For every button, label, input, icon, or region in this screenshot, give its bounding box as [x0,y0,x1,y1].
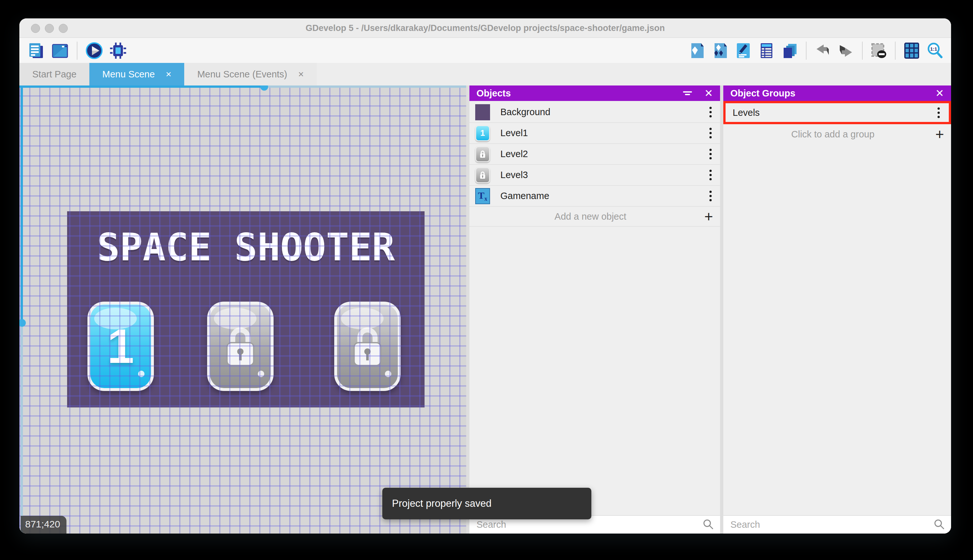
objects-editor-icon[interactable] [688,42,706,60]
text-object-thumbnail: Tx [475,188,490,204]
title-bar: GDevelop 5 - /Users/dkarakay/Documents/G… [19,18,951,38]
objects-panel-header: Objects ✕ [470,85,720,101]
layers-icon[interactable] [781,42,799,60]
zoom-original-icon[interactable]: 1:1 [926,42,944,60]
vertical-scrollbar-thumb[interactable] [19,319,26,327]
tab-label: Menu Scene [102,69,155,80]
window-title: GDevelop 5 - /Users/dkarakay/Documents/G… [19,18,951,38]
panel-divider[interactable] [720,85,723,533]
object-groups-panel: Object Groups ✕ Levels Click to add a gr… [723,85,951,533]
open-scene-icon[interactable] [51,42,69,60]
object-menu-icon[interactable] [708,105,714,119]
tab-bar: Start Page Menu Scene × Menu Scene (Even… [19,63,951,85]
object-menu-icon[interactable] [708,147,714,161]
object-name: Background [500,107,550,117]
app-window: GDevelop 5 - /Users/dkarakay/Documents/G… [19,18,951,533]
tab-bar-spacer [317,63,951,85]
redo-icon[interactable] [837,42,855,60]
game-title-text[interactable]: SPACE SHOOTER [67,225,425,269]
object-menu-icon[interactable] [708,126,714,140]
groups-search-row [723,515,951,533]
level3-button[interactable] [334,302,401,391]
toolbar-divider [77,42,77,60]
object-menu-icon[interactable] [708,189,714,203]
level1-thumbnail: 1 [475,125,490,141]
objects-panel-title: Objects [477,88,511,99]
add-object-row[interactable]: Add a new object + [470,207,720,227]
objects-panel-empty-area [470,227,720,515]
add-group-row[interactable]: Click to add a group + [723,124,951,144]
object-row-gamename[interactable]: Tx Gamename [470,186,720,207]
tab-label: Menu Scene (Events) [197,69,287,80]
window-mask-icon[interactable] [870,42,888,60]
panel-divider[interactable] [466,85,470,533]
grid-icon[interactable] [903,42,921,60]
object-row-level2[interactable]: Level2 [470,144,720,165]
menu-scene-background[interactable]: SPACE SHOOTER 1 [67,211,425,407]
object-row-level3[interactable]: Level3 [470,165,720,186]
object-name: Level2 [500,149,528,159]
search-icon[interactable] [934,519,945,531]
play-icon[interactable] [85,42,103,60]
properties-icon[interactable] [734,42,752,60]
groups-search-input[interactable] [730,519,934,530]
search-icon[interactable] [703,519,714,531]
object-menu-icon[interactable] [708,168,714,182]
cursor-coordinates: 871;420 [21,516,67,533]
tab-menu-scene[interactable]: Menu Scene × [89,63,184,85]
group-menu-icon[interactable] [936,105,942,120]
lock-icon [221,323,259,369]
add-object-plus-icon[interactable]: + [704,209,713,224]
lock-icon [479,171,486,180]
group-name: Levels [733,107,760,118]
groups-panel-empty-area [723,144,951,515]
content: SPACE SHOOTER 1 [19,85,951,533]
add-group-plus-icon[interactable]: + [935,127,944,142]
tab-start-page[interactable]: Start Page [19,63,89,85]
toast-notification: Project properly saved [382,488,591,519]
close-objects-panel-icon[interactable]: ✕ [704,88,713,98]
svg-text:1:1: 1:1 [930,46,937,52]
close-groups-panel-icon[interactable]: ✕ [935,88,944,98]
toast-message: Project properly saved [392,498,491,509]
toolbar-divider [862,42,863,60]
level3-thumbnail [475,167,490,183]
filter-icon[interactable] [683,91,692,95]
debug-icon[interactable] [109,42,127,60]
object-row-background[interactable]: Background [470,102,720,123]
vertical-scrollbar[interactable] [21,85,23,533]
lock-icon [479,150,486,159]
toolbar-left [19,42,127,60]
close-tab-icon[interactable]: × [166,69,172,79]
objects-panel: Objects ✕ Background 1 Level1 [470,85,720,533]
toolbar-divider [806,42,806,60]
add-object-label: Add a new object [477,211,704,222]
objects-search-input[interactable] [476,519,703,530]
project-manager-icon[interactable] [27,42,45,60]
object-name: Level3 [500,170,528,180]
level1-number: 1 [107,318,134,374]
toolbar-right: 1:1 [688,42,951,60]
tab-menu-scene-events[interactable]: Menu Scene (Events) × [184,63,317,85]
add-group-label: Click to add a group [730,129,935,140]
close-tab-icon[interactable]: × [298,69,304,79]
groups-panel-header: Object Groups ✕ [723,85,951,101]
object-row-level1[interactable]: 1 Level1 [470,123,720,144]
instances-list-icon[interactable] [758,42,776,60]
level2-thumbnail [475,146,490,162]
lock-icon [348,323,387,369]
level1-button[interactable]: 1 [87,302,154,391]
scene-canvas[interactable]: SPACE SHOOTER 1 [19,85,466,533]
annotation-highlight-box: Levels [723,101,951,124]
toolbar-divider [895,42,896,60]
horizontal-scrollbar[interactable] [19,85,466,88]
groups-panel-title: Object Groups [730,88,795,99]
toolbar: 1:1 [19,38,951,63]
level2-button[interactable] [207,302,273,391]
undo-icon[interactable] [814,42,832,60]
background-thumbnail [475,104,490,120]
tab-label: Start Page [32,69,77,80]
group-row-levels[interactable]: Levels [726,103,949,122]
horizontal-scrollbar-thumb[interactable] [260,85,268,91]
object-groups-editor-icon[interactable] [711,42,729,60]
